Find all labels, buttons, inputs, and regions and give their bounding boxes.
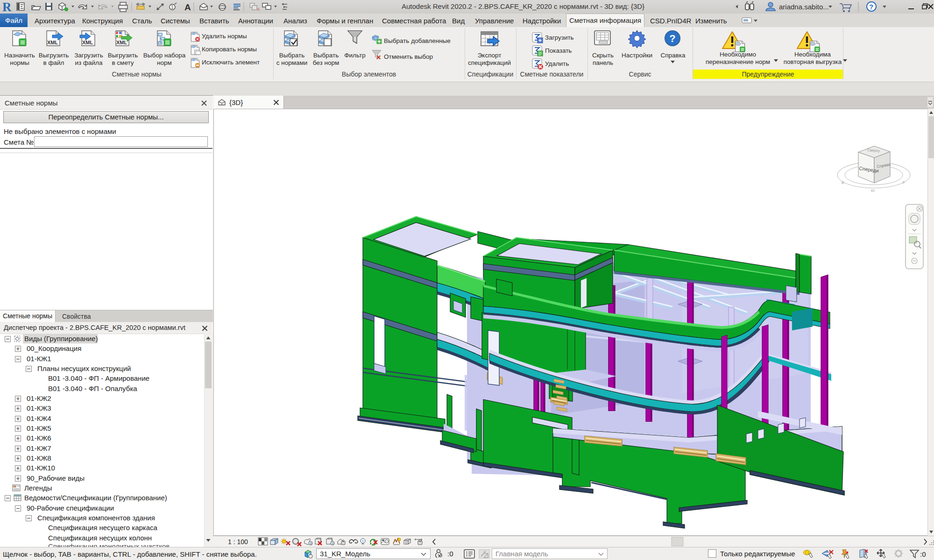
svg-text:Выбрать: Выбрать (313, 52, 339, 59)
svg-text:Скрыть: Скрыть (592, 52, 614, 59)
svg-text:Показать: Показать (545, 47, 572, 54)
svg-text:Выбрать добавленные: Выбрать добавленные (384, 37, 451, 44)
svg-text:Загрузить: Загрузить (545, 34, 574, 41)
svg-text:Отменить выбор: Отменить выбор (384, 53, 433, 60)
svg-text:Выбрать: Выбрать (279, 52, 304, 59)
svg-text:без норм: без норм (313, 59, 340, 66)
svg-text:Справка: Справка (661, 52, 686, 59)
svg-text:?: ? (669, 33, 675, 44)
svg-text:9: 9 (332, 541, 334, 546)
svg-text:Фильтр: Фильтр (344, 52, 365, 59)
svg-text:из файла: из файла (75, 59, 103, 66)
svg-text:Загрузить: Загрузить (74, 52, 103, 59)
svg-text:Выгрузить: Выгрузить (108, 52, 138, 59)
svg-text:панель: панель (593, 59, 613, 66)
svg-text:9: 9 (310, 541, 312, 546)
svg-text:повторная выгрузка: повторная выгрузка (784, 58, 842, 65)
svg-text:Удалить: Удалить (545, 60, 569, 67)
svg-text:Выбор набора: Выбор набора (143, 52, 186, 59)
svg-text:Назначить: Назначить (4, 52, 35, 59)
svg-text:A: A (184, 2, 191, 12)
svg-text:Необходимо: Необходимо (720, 51, 756, 58)
svg-text:Сверху: Сверху (867, 148, 880, 153)
svg-text::0: :0 (920, 550, 926, 558)
svg-text:?: ? (869, 3, 873, 11)
svg-text:с нормами: с нормами (276, 59, 308, 66)
svg-text:1: 1 (171, 5, 174, 10)
svg-text:нормы: нормы (10, 59, 29, 66)
svg-text:В: В (842, 181, 844, 185)
svg-text:в смету: в смету (112, 59, 134, 66)
svg-text:Экспорт: Экспорт (478, 52, 502, 59)
svg-text:Настройки: Настройки (622, 52, 652, 59)
svg-text:Удалить нормы: Удалить нормы (202, 33, 247, 40)
svg-text:Ю: Ю (871, 189, 875, 193)
svg-text:норм: норм (157, 59, 172, 66)
svg-text:в файл: в файл (43, 59, 64, 66)
svg-text:спецификаций: спецификаций (468, 59, 511, 66)
svg-text:Выгрузить: Выгрузить (39, 52, 69, 59)
svg-text:Необходима: Необходима (794, 51, 831, 58)
svg-text:Копировать нормы: Копировать нормы (202, 46, 257, 53)
svg-text:R: R (2, 0, 12, 14)
svg-text:ariadna.sabito...: ariadna.sabito... (779, 3, 829, 11)
svg-text:Исключить элемент: Исключить элемент (202, 59, 260, 66)
svg-text:1 : 100: 1 : 100 (228, 538, 248, 546)
svg-text:переназначение норм: переназначение норм (706, 58, 770, 65)
svg-text:З: З (902, 180, 905, 184)
